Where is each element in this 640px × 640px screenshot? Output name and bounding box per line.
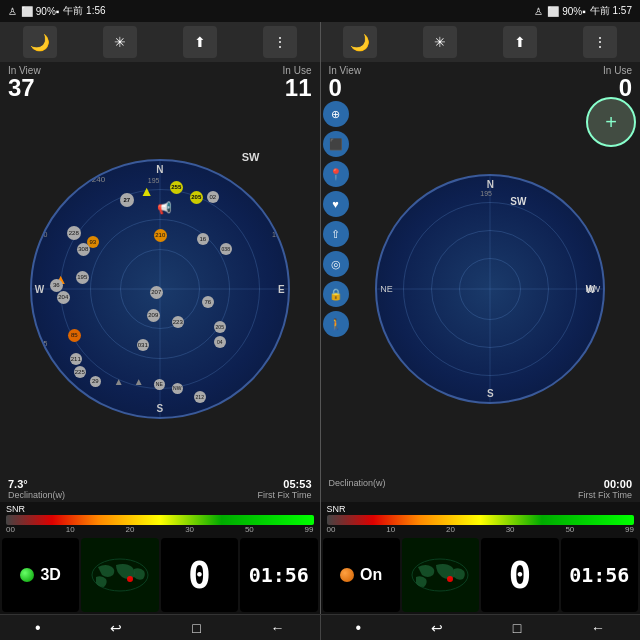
- status-bar-right: ♙ ⬜ 90%▪ 午前 1:57: [320, 0, 640, 22]
- map-card-2: [402, 538, 479, 612]
- brightness-button[interactable]: ✳: [103, 26, 137, 58]
- in-use-group-2: In Use 0: [603, 65, 632, 100]
- info-row-2: Declination(w) 00:00 First Fix Time: [321, 476, 641, 502]
- fix-time-label-2: First Fix Time: [578, 490, 632, 500]
- fix-time-label-1: First Fix Time: [258, 490, 312, 500]
- time-right: 午前 1:57: [590, 4, 632, 18]
- menu-button[interactable]: ⋮: [263, 26, 297, 58]
- panels-container: 🌙 ✳ ⬆ ⋮ In View 37 In Use 11: [0, 22, 640, 614]
- status-dot-orange: [340, 568, 354, 582]
- app-container: ♙ ⬜ 90%▪ 午前 1:56 ♙ ⬜ 90%▪ 午前 1:57 🌙 ✳ ⬆ …: [0, 0, 640, 640]
- status-3d-label: 3D: [40, 566, 60, 584]
- radar-1: N S E W NE SE SW NW 210 240 195 165 135 …: [0, 101, 320, 476]
- share-button[interactable]: ⬆: [183, 26, 217, 58]
- status-on-label: On: [360, 566, 382, 584]
- nav-back-2[interactable]: ↩: [431, 620, 443, 636]
- counter-card-1: 0: [161, 538, 238, 612]
- stats-row-1: In View 37 In Use 11: [0, 62, 320, 101]
- layers-icon-btn[interactable]: ⬛: [323, 131, 349, 157]
- snr-ticks-1: 001020305099: [6, 525, 314, 534]
- panel-1: 🌙 ✳ ⬆ ⋮ In View 37 In Use 11: [0, 22, 321, 614]
- nav-bar: • ↩ □ ← • ↩ □ ←: [0, 614, 640, 640]
- world-map-svg-1: [88, 555, 153, 595]
- pin-icon-btn[interactable]: 📍: [323, 161, 349, 187]
- snr-label-1: SNR: [6, 504, 314, 514]
- declination-2: Declination(w): [329, 478, 386, 500]
- status-dot-green: [20, 568, 34, 582]
- status-card-2: On: [323, 538, 400, 612]
- side-icons-panel-2: ⊕ ⬛ 📍 ♥ ⇧ ◎ 🔒 🚶: [323, 101, 349, 337]
- in-view-group-2: In View 0: [329, 65, 362, 100]
- gps-icon-right: ♙: [534, 6, 543, 17]
- snr-ticks-2: 001020305099: [327, 525, 635, 534]
- declination-1: 7.3° Declination(w): [8, 478, 65, 500]
- brightness-button-2[interactable]: ✳: [423, 26, 457, 58]
- fix-time-value-1: 05:53: [258, 478, 312, 490]
- in-use-group: In Use 11: [283, 65, 312, 100]
- cards-row-2: On 0 01:56: [321, 536, 641, 614]
- counter-value-2: 0: [508, 553, 531, 597]
- map-card-1: [81, 538, 158, 612]
- heart-icon-btn[interactable]: ♥: [323, 191, 349, 217]
- panel-2: 🌙 ✳ ⬆ ⋮ In View 0 In Use 0: [321, 22, 641, 614]
- snr-label-2: SNR: [327, 504, 635, 514]
- gps-icon-left: ♙: [8, 6, 17, 17]
- status-card-1: 3D: [2, 538, 79, 612]
- cards-row-1: 3D 0: [0, 536, 320, 614]
- info-row-1: 7.3° Declination(w) 05:53 First Fix Time: [0, 476, 320, 502]
- eye-icon-btn[interactable]: ◎: [323, 251, 349, 277]
- stats-row-2: In View 0 In Use 0: [321, 62, 641, 101]
- status-bar: ♙ ⬜ 90%▪ 午前 1:56 ♙ ⬜ 90%▪ 午前 1:57: [0, 0, 640, 22]
- time-left: 午前 1:56: [63, 4, 105, 18]
- declination-label-2: Declination(w): [329, 478, 386, 488]
- svg-point-2: [127, 576, 133, 582]
- share-button-2[interactable]: ⬆: [503, 26, 537, 58]
- world-map-svg-2: [408, 555, 473, 595]
- nav-home-1[interactable]: □: [192, 620, 200, 636]
- lock-icon-btn[interactable]: 🔒: [323, 281, 349, 307]
- nav-back-1[interactable]: ↩: [110, 620, 122, 636]
- popup-circle[interactable]: +: [586, 97, 636, 147]
- share-icon-btn[interactable]: ⇧: [323, 221, 349, 247]
- snr-bar-1: SNR 001020305099: [0, 502, 320, 536]
- in-view-value-2: 0: [329, 76, 362, 100]
- toolbar-2: 🌙 ✳ ⬆ ⋮: [321, 22, 641, 62]
- nav-arrow-2[interactable]: ←: [591, 620, 605, 636]
- battery-left: ⬜ 90%▪: [21, 6, 59, 17]
- snr-bar-2: SNR 001020305099: [321, 502, 641, 536]
- in-view-value: 37: [8, 76, 41, 100]
- snr-gradient-2: [327, 515, 635, 525]
- in-use-value: 11: [283, 76, 312, 100]
- declination-value-1: 7.3°: [8, 478, 65, 490]
- moon-button-2[interactable]: 🌙: [343, 26, 377, 58]
- fix-time-2: 00:00 First Fix Time: [578, 478, 632, 500]
- walk-icon-btn[interactable]: 🚶: [323, 311, 349, 337]
- counter-card-2: 0: [481, 538, 558, 612]
- snr-gradient-1: [6, 515, 314, 525]
- status-bar-left: ♙ ⬜ 90%▪ 午前 1:56: [0, 0, 320, 22]
- nav-home-2[interactable]: □: [513, 620, 521, 636]
- location-icon-btn[interactable]: ⊕: [323, 101, 349, 127]
- radar-2-container: ⊕ ⬛ 📍 ♥ ⇧ ◎ 🔒 🚶 +: [321, 101, 641, 476]
- timer-value-1: 01:56: [249, 563, 309, 587]
- svg-point-5: [447, 576, 453, 582]
- in-view-group: In View 37: [8, 65, 41, 100]
- nav-dot-1[interactable]: •: [35, 619, 41, 637]
- nav-dot-2[interactable]: •: [355, 619, 361, 637]
- fix-time-value-2: 00:00: [578, 478, 632, 490]
- timer-card-1: 01:56: [240, 538, 317, 612]
- toolbar-1: 🌙 ✳ ⬆ ⋮: [0, 22, 320, 62]
- timer-value-2: 01:56: [569, 563, 629, 587]
- battery-right: ⬜ 90%▪: [547, 6, 585, 17]
- fix-time-1: 05:53 First Fix Time: [258, 478, 312, 500]
- timer-card-2: 01:56: [561, 538, 638, 612]
- menu-button-2[interactable]: ⋮: [583, 26, 617, 58]
- declination-label-1: Declination(w): [8, 490, 65, 500]
- nav-arrow-1[interactable]: ←: [271, 620, 285, 636]
- counter-value-1: 0: [188, 553, 211, 597]
- moon-button[interactable]: 🌙: [23, 26, 57, 58]
